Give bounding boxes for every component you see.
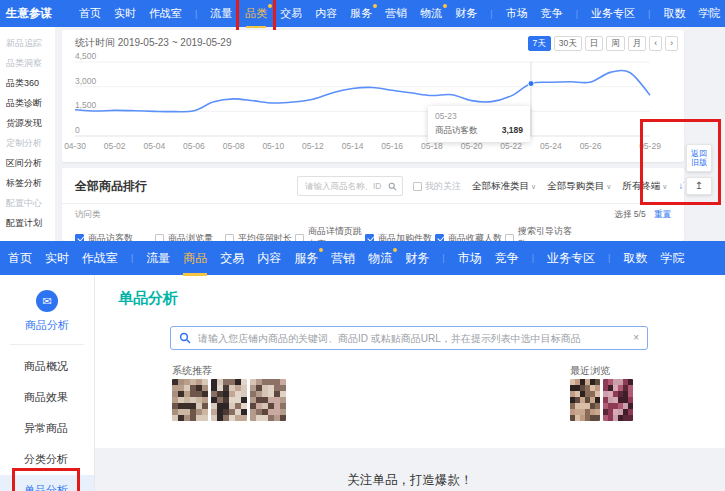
metric-checkbox-搜索引导访客数[interactable]: 搜索引导访客数 [505,225,575,241]
back-to-old-version-button[interactable]: 返回 旧版 [686,144,712,172]
top-nav-item-财务[interactable]: 财务 [455,6,477,21]
back-to-top-button[interactable]: ↥ [686,177,712,195]
category-sidebar-item-品类洞察[interactable]: 品类洞察 [6,53,55,73]
top-nav-item-市场[interactable]: 市场 [506,6,528,21]
product-search-input[interactable] [196,332,628,345]
visitors-trend-chart[interactable]: 01,5003,0004,50004-3005-0205-0405-0605-0… [62,50,684,160]
top-nav-item-学院[interactable]: 学院 [698,6,720,21]
top-navbar: 生意参谋 首页实时作战室|流量品类交易内容服务营销物流财务|市场竞争|业务专区|… [0,0,725,27]
single-product-analysis-page: 单品分析 × 系统推荐 最近浏览 [95,275,725,448]
sidebar-item-商品效果[interactable]: 商品效果 [0,382,94,413]
bottom-nav-item-交易[interactable]: 交易 [220,250,244,267]
top-nav-item-作战室[interactable]: 作战室 [149,6,182,21]
period-button-30天[interactable]: 30天 [554,36,582,51]
category-sidebar-item-配置计划[interactable]: 配置计划 [6,213,55,233]
chevron-down-icon: ∨ [662,183,667,190]
product-thumbnail[interactable] [603,379,633,421]
bottom-nav-item-财务[interactable]: 财务 [405,250,429,267]
bottom-nav-item-内容[interactable]: 内容 [257,250,281,267]
sidebar-item-商品概况[interactable]: 商品概况 [0,351,94,382]
period-button-月[interactable]: 月 [628,36,647,51]
promo-banner: 关注单品，打造爆款！ [95,448,725,491]
rank-search-input[interactable] [303,180,385,192]
notification-dot [373,4,377,8]
bottom-nav-item-服务[interactable]: 服务 [294,250,318,267]
metric-checkbox-商品浏览量[interactable]: 商品浏览量 [155,225,225,241]
product-thumbnail[interactable] [250,379,286,421]
next-period-button[interactable]: › [665,36,678,51]
top-nav-item-物流[interactable]: 物流 [420,6,442,21]
product-thumbnail[interactable] [211,379,247,421]
metric-checkbox-商品收藏人数[interactable]: 商品收藏人数 [435,225,505,241]
bottom-nav-item-首页[interactable]: 首页 [8,250,32,267]
product-thumbnail[interactable] [172,379,208,421]
bottom-nav-item-竞争[interactable]: 竞争 [495,250,519,267]
rank-search-box [297,176,403,196]
top-nav-item-取数[interactable]: 取数 [663,6,685,21]
svg-text:05-10: 05-10 [262,141,284,151]
reset-link[interactable]: 重置 [654,209,671,219]
top-nav-item-流量[interactable]: 流量 [210,6,232,21]
bottom-nav-divider: | [131,253,133,263]
filter-dropdown-全部导购类目[interactable]: 全部导购类目∨ [547,180,611,193]
top-nav-item-业务专区[interactable]: 业务专区 [591,6,635,21]
product-rank-card: 全部商品排行 我的关注 全部标准类目∨全部导购类目∨所有终端∨ ↓下载 访问类 … [62,168,684,241]
bottom-nav-item-作战室[interactable]: 作战室 [82,250,118,267]
category-sidebar: 新品追踪品类洞察品类360品类诊断货源发现定制分析区间分析标签分析配置中心配置计… [0,27,55,241]
download-link[interactable]: ↓下载 [678,180,684,193]
period-button-日[interactable]: 日 [585,36,604,51]
bottom-nav-item-营销[interactable]: 营销 [331,250,355,267]
sidebar-item-单品分析[interactable]: 单品分析 [0,475,94,491]
metric-checkbox-row: 商品访客数商品浏览量平均停留时长商品详情页跳出率商品加购件数商品收藏人数搜索引导… [62,221,684,241]
category-sidebar-item-品类诊断[interactable]: 品类诊断 [6,93,55,113]
svg-text:4,500: 4,500 [75,51,97,61]
metric-checkbox-商品详情页跳出率[interactable]: 商品详情页跳出率 [295,225,365,241]
top-nav-item-营销[interactable]: 营销 [385,6,407,21]
metric-checkbox-商品访客数[interactable]: 商品访客数 [75,225,155,241]
svg-text:05-22: 05-22 [500,141,522,151]
category-sidebar-item-新品追踪[interactable]: 新品追踪 [6,33,55,53]
search-icon[interactable] [388,182,397,191]
filter-dropdown-所有终端[interactable]: 所有终端∨ [622,180,667,193]
trend-chart-card: 统计时间 2019-05-23 ~ 2019-05-29 7天30天日周月‹› … [62,30,684,162]
bottom-nav-item-物流[interactable]: 物流 [368,250,392,267]
bottom-nav-item-业务专区[interactable]: 业务专区 [547,250,595,267]
sidebar-item-分类分析[interactable]: 分类分析 [0,444,94,475]
clear-icon[interactable]: × [633,333,639,343]
metric-checkbox-平均停留时长[interactable]: 平均停留时长 [225,225,295,241]
sidebar-item-异常商品[interactable]: 异常商品 [0,413,94,444]
category-sidebar-item-标签分析[interactable]: 标签分析 [6,173,55,193]
svg-text:05-29: 05-29 [639,141,661,151]
my-follow-checkbox[interactable]: 我的关注 [413,180,461,193]
filter-dropdown-全部标准类目[interactable]: 全部标准类目∨ [472,180,536,193]
category-sidebar-item-货源发现[interactable]: 货源发现 [6,113,55,133]
prev-period-button[interactable]: ‹ [649,36,662,51]
category-sidebar-item-定制分析[interactable]: 定制分析 [6,133,55,153]
product-thumbnail[interactable] [570,379,600,421]
top-nav-item-交易[interactable]: 交易 [280,6,302,21]
category-sidebar-item-配置中心[interactable]: 配置中心 [6,193,55,213]
promo-text: 关注单品，打造爆款！ [348,472,473,491]
metric-checkbox-商品加购件数[interactable]: 商品加购件数 [365,225,435,241]
bottom-nav-item-取数[interactable]: 取数 [623,250,647,267]
svg-text:0: 0 [75,125,80,135]
period-button-周[interactable]: 周 [606,36,625,51]
top-nav-item-内容[interactable]: 内容 [315,6,337,21]
category-sidebar-item-区间分析[interactable]: 区间分析 [6,153,55,173]
period-button-7天[interactable]: 7天 [528,36,551,51]
bottom-nav-item-流量[interactable]: 流量 [146,250,170,267]
top-nav-item-服务[interactable]: 服务 [350,6,372,21]
top-nav-item-竞争[interactable]: 竞争 [541,6,563,21]
top-nav-item-实时[interactable]: 实时 [114,6,136,21]
bottom-nav-item-市场[interactable]: 市场 [458,250,482,267]
bottom-nav-item-实时[interactable]: 实时 [45,250,69,267]
category-sidebar-item-品类360[interactable]: 品类360 [6,73,55,93]
bottom-nav-divider: | [442,253,444,263]
top-nav-item-首页[interactable]: 首页 [79,6,101,21]
chevron-down-icon: ∨ [531,183,536,190]
top-nav-item-品类[interactable]: 品类 [245,6,267,21]
top-nav-divider: | [576,9,578,19]
bottom-nav-item-学院[interactable]: 学院 [660,250,684,267]
checkbox-icon [365,234,374,242]
bottom-nav-item-商品[interactable]: 商品 [183,250,207,267]
